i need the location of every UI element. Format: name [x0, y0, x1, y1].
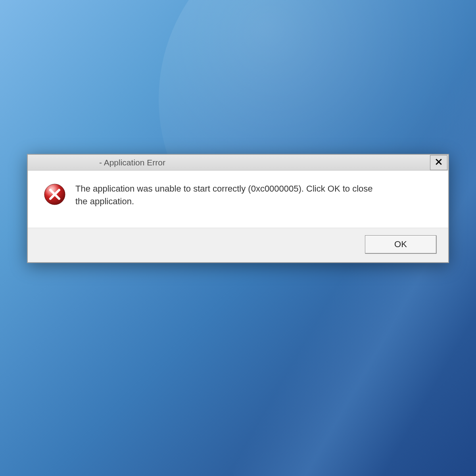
close-button[interactable] — [430, 155, 447, 170]
error-message-text: The application was unable to start corr… — [75, 182, 385, 208]
dialog-title: - Application Error — [99, 158, 165, 167]
error-icon — [44, 183, 66, 207]
dialog-titlebar[interactable]: - Application Error — [28, 155, 448, 171]
ok-button[interactable]: OK — [365, 235, 436, 253]
dialog-body: The application was unable to start corr… — [28, 171, 448, 228]
dialog-footer: OK — [28, 228, 448, 262]
error-dialog: - Application Error — [27, 154, 449, 263]
close-icon — [435, 158, 442, 167]
